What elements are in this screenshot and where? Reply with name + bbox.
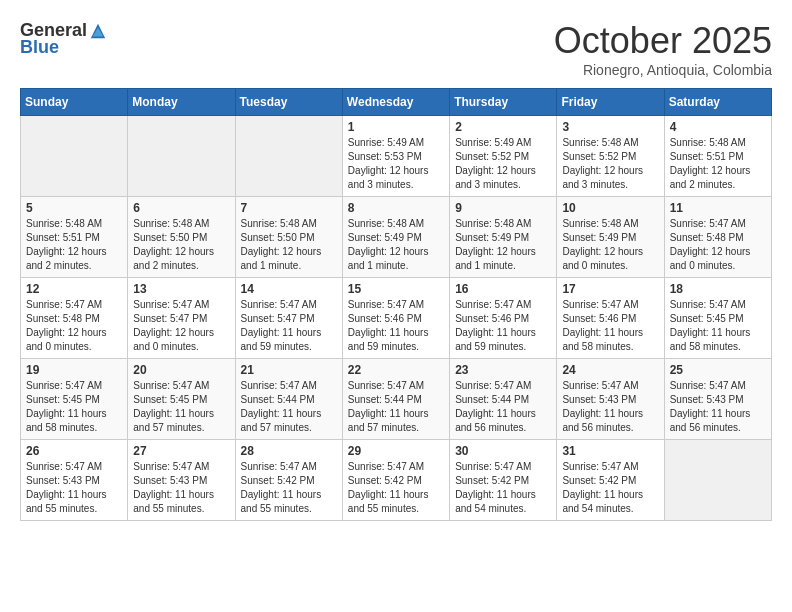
calendar-cell: 4Sunrise: 5:48 AM Sunset: 5:51 PM Daylig… (664, 116, 771, 197)
calendar-week-1: 1Sunrise: 5:49 AM Sunset: 5:53 PM Daylig… (21, 116, 772, 197)
calendar-cell: 14Sunrise: 5:47 AM Sunset: 5:47 PM Dayli… (235, 278, 342, 359)
calendar-cell: 29Sunrise: 5:47 AM Sunset: 5:42 PM Dayli… (342, 440, 449, 521)
day-number: 23 (455, 363, 551, 377)
calendar-cell: 7Sunrise: 5:48 AM Sunset: 5:50 PM Daylig… (235, 197, 342, 278)
calendar-cell: 11Sunrise: 5:47 AM Sunset: 5:48 PM Dayli… (664, 197, 771, 278)
calendar-cell: 26Sunrise: 5:47 AM Sunset: 5:43 PM Dayli… (21, 440, 128, 521)
column-header-saturday: Saturday (664, 89, 771, 116)
column-header-monday: Monday (128, 89, 235, 116)
day-info: Sunrise: 5:47 AM Sunset: 5:45 PM Dayligh… (26, 379, 122, 435)
day-number: 6 (133, 201, 229, 215)
day-number: 10 (562, 201, 658, 215)
day-info: Sunrise: 5:48 AM Sunset: 5:49 PM Dayligh… (455, 217, 551, 273)
day-info: Sunrise: 5:47 AM Sunset: 5:43 PM Dayligh… (133, 460, 229, 516)
calendar-cell (235, 116, 342, 197)
day-number: 15 (348, 282, 444, 296)
calendar-cell: 12Sunrise: 5:47 AM Sunset: 5:48 PM Dayli… (21, 278, 128, 359)
calendar-week-4: 19Sunrise: 5:47 AM Sunset: 5:45 PM Dayli… (21, 359, 772, 440)
day-number: 28 (241, 444, 337, 458)
calendar-cell: 23Sunrise: 5:47 AM Sunset: 5:44 PM Dayli… (450, 359, 557, 440)
day-number: 13 (133, 282, 229, 296)
calendar-cell: 17Sunrise: 5:47 AM Sunset: 5:46 PM Dayli… (557, 278, 664, 359)
month-title: October 2025 (554, 20, 772, 62)
calendar-cell: 5Sunrise: 5:48 AM Sunset: 5:51 PM Daylig… (21, 197, 128, 278)
day-info: Sunrise: 5:47 AM Sunset: 5:47 PM Dayligh… (133, 298, 229, 354)
page-header: General Blue October 2025 Rionegro, Anti… (20, 20, 772, 78)
day-info: Sunrise: 5:47 AM Sunset: 5:46 PM Dayligh… (348, 298, 444, 354)
day-number: 1 (348, 120, 444, 134)
calendar-cell: 9Sunrise: 5:48 AM Sunset: 5:49 PM Daylig… (450, 197, 557, 278)
calendar-week-2: 5Sunrise: 5:48 AM Sunset: 5:51 PM Daylig… (21, 197, 772, 278)
day-info: Sunrise: 5:47 AM Sunset: 5:42 PM Dayligh… (562, 460, 658, 516)
calendar-cell: 8Sunrise: 5:48 AM Sunset: 5:49 PM Daylig… (342, 197, 449, 278)
day-info: Sunrise: 5:47 AM Sunset: 5:43 PM Dayligh… (562, 379, 658, 435)
logo: General Blue (20, 20, 107, 58)
day-number: 2 (455, 120, 551, 134)
calendar-cell: 10Sunrise: 5:48 AM Sunset: 5:49 PM Dayli… (557, 197, 664, 278)
calendar-cell: 1Sunrise: 5:49 AM Sunset: 5:53 PM Daylig… (342, 116, 449, 197)
calendar-cell: 22Sunrise: 5:47 AM Sunset: 5:44 PM Dayli… (342, 359, 449, 440)
day-info: Sunrise: 5:48 AM Sunset: 5:50 PM Dayligh… (133, 217, 229, 273)
day-number: 8 (348, 201, 444, 215)
day-number: 20 (133, 363, 229, 377)
day-number: 5 (26, 201, 122, 215)
column-header-tuesday: Tuesday (235, 89, 342, 116)
day-number: 19 (26, 363, 122, 377)
calendar-cell: 18Sunrise: 5:47 AM Sunset: 5:45 PM Dayli… (664, 278, 771, 359)
calendar-cell (664, 440, 771, 521)
day-number: 31 (562, 444, 658, 458)
day-info: Sunrise: 5:47 AM Sunset: 5:42 PM Dayligh… (455, 460, 551, 516)
day-number: 4 (670, 120, 766, 134)
day-info: Sunrise: 5:47 AM Sunset: 5:46 PM Dayligh… (562, 298, 658, 354)
day-number: 24 (562, 363, 658, 377)
day-number: 26 (26, 444, 122, 458)
day-info: Sunrise: 5:48 AM Sunset: 5:50 PM Dayligh… (241, 217, 337, 273)
day-info: Sunrise: 5:48 AM Sunset: 5:51 PM Dayligh… (670, 136, 766, 192)
day-number: 12 (26, 282, 122, 296)
calendar-week-3: 12Sunrise: 5:47 AM Sunset: 5:48 PM Dayli… (21, 278, 772, 359)
calendar-cell: 31Sunrise: 5:47 AM Sunset: 5:42 PM Dayli… (557, 440, 664, 521)
day-info: Sunrise: 5:47 AM Sunset: 5:45 PM Dayligh… (670, 298, 766, 354)
day-info: Sunrise: 5:47 AM Sunset: 5:43 PM Dayligh… (26, 460, 122, 516)
calendar-cell: 21Sunrise: 5:47 AM Sunset: 5:44 PM Dayli… (235, 359, 342, 440)
day-number: 16 (455, 282, 551, 296)
day-info: Sunrise: 5:47 AM Sunset: 5:44 PM Dayligh… (348, 379, 444, 435)
calendar-cell: 24Sunrise: 5:47 AM Sunset: 5:43 PM Dayli… (557, 359, 664, 440)
calendar-cell: 6Sunrise: 5:48 AM Sunset: 5:50 PM Daylig… (128, 197, 235, 278)
day-info: Sunrise: 5:47 AM Sunset: 5:46 PM Dayligh… (455, 298, 551, 354)
day-number: 21 (241, 363, 337, 377)
calendar-cell: 2Sunrise: 5:49 AM Sunset: 5:52 PM Daylig… (450, 116, 557, 197)
day-info: Sunrise: 5:48 AM Sunset: 5:51 PM Dayligh… (26, 217, 122, 273)
calendar-header-row: SundayMondayTuesdayWednesdayThursdayFrid… (21, 89, 772, 116)
calendar-cell: 20Sunrise: 5:47 AM Sunset: 5:45 PM Dayli… (128, 359, 235, 440)
column-header-friday: Friday (557, 89, 664, 116)
column-header-wednesday: Wednesday (342, 89, 449, 116)
day-info: Sunrise: 5:47 AM Sunset: 5:42 PM Dayligh… (241, 460, 337, 516)
day-number: 11 (670, 201, 766, 215)
day-info: Sunrise: 5:47 AM Sunset: 5:45 PM Dayligh… (133, 379, 229, 435)
calendar-cell: 19Sunrise: 5:47 AM Sunset: 5:45 PM Dayli… (21, 359, 128, 440)
logo-icon (89, 22, 107, 40)
day-info: Sunrise: 5:47 AM Sunset: 5:48 PM Dayligh… (26, 298, 122, 354)
day-number: 30 (455, 444, 551, 458)
calendar-cell (128, 116, 235, 197)
day-info: Sunrise: 5:48 AM Sunset: 5:49 PM Dayligh… (348, 217, 444, 273)
day-info: Sunrise: 5:47 AM Sunset: 5:44 PM Dayligh… (241, 379, 337, 435)
calendar-cell: 25Sunrise: 5:47 AM Sunset: 5:43 PM Dayli… (664, 359, 771, 440)
logo-blue-text: Blue (20, 37, 59, 58)
calendar-cell: 16Sunrise: 5:47 AM Sunset: 5:46 PM Dayli… (450, 278, 557, 359)
day-number: 14 (241, 282, 337, 296)
day-info: Sunrise: 5:48 AM Sunset: 5:49 PM Dayligh… (562, 217, 658, 273)
calendar-table: SundayMondayTuesdayWednesdayThursdayFrid… (20, 88, 772, 521)
calendar-week-5: 26Sunrise: 5:47 AM Sunset: 5:43 PM Dayli… (21, 440, 772, 521)
day-number: 27 (133, 444, 229, 458)
day-number: 25 (670, 363, 766, 377)
day-info: Sunrise: 5:47 AM Sunset: 5:48 PM Dayligh… (670, 217, 766, 273)
day-info: Sunrise: 5:47 AM Sunset: 5:44 PM Dayligh… (455, 379, 551, 435)
day-info: Sunrise: 5:47 AM Sunset: 5:42 PM Dayligh… (348, 460, 444, 516)
day-number: 22 (348, 363, 444, 377)
calendar-cell: 13Sunrise: 5:47 AM Sunset: 5:47 PM Dayli… (128, 278, 235, 359)
day-number: 18 (670, 282, 766, 296)
day-info: Sunrise: 5:48 AM Sunset: 5:52 PM Dayligh… (562, 136, 658, 192)
calendar-cell: 15Sunrise: 5:47 AM Sunset: 5:46 PM Dayli… (342, 278, 449, 359)
